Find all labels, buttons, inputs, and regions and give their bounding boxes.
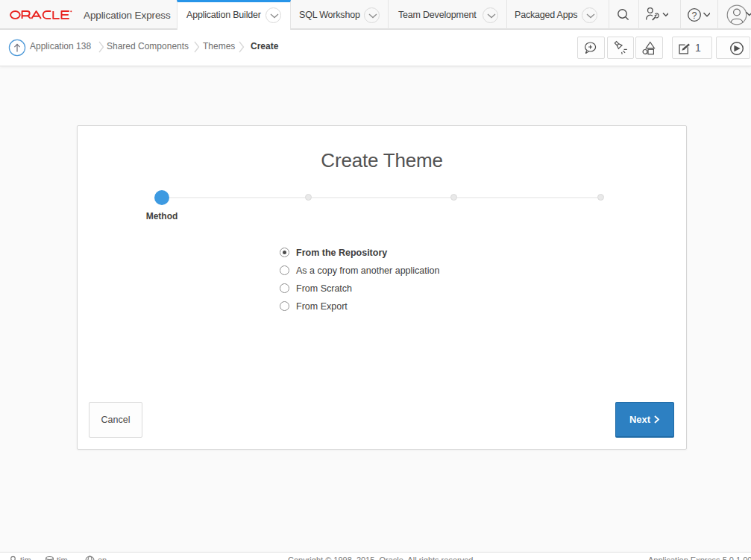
- svg-text:?: ?: [692, 10, 697, 21]
